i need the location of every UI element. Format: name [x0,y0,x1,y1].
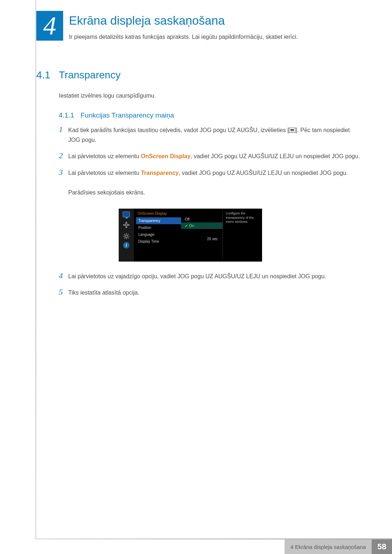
section-number: 4.1 [36,69,50,81]
section-intro-text: Iestatiet izvēlnes logu caurspīdīgumu. [59,93,156,99]
osd-values: Off On 20 sec [181,209,223,262]
svg-line-8 [124,238,125,238]
osd-menu-list: OnScreen Display Transparency Position L… [134,209,181,262]
info-icon: i [123,242,130,249]
osd-divider [222,211,223,259]
svg-line-7 [128,238,128,238]
svg-line-6 [124,234,125,235]
step-list: 1 Kad tiek parādīts funkcijas taustiņu c… [59,125,360,204]
chapter-title: Ekrāna displeja saskaņošana [69,14,225,28]
osd-menu-title: OnScreen Display [136,211,181,217]
osd-sidebar: i [119,209,134,262]
page-footer: 4 Ekrāna displeja saskaņošana 58 [0,539,392,554]
chapter-subtitle: Ir pieejams detalizēts katras funkcijas … [69,34,298,40]
step-text-part: , vadiet JOG pogu UZ AUGŠU/UZ LEJU un no… [191,153,360,159]
arrows-icon [122,221,130,229]
osd-value-on: On [181,222,223,229]
step-5: 5 Tiks iestatīta atlasītā opcija. [59,288,360,297]
osd-main: OnScreen Display Transparency Position L… [134,209,262,262]
step-number: 1 [59,125,68,134]
step-3: 3 Lai pārvietotos uz elementu Transparen… [59,168,360,198]
step-number: 2 [59,151,68,160]
svg-rect-0 [125,224,127,226]
osd-menu-item-display-time: Display Time [136,238,181,245]
step-text: Tiks iestatīta atlasītā opcija. [68,288,139,297]
step-number: 5 [59,288,68,296]
step-number: 3 [59,168,68,177]
osd-screenshot: i OnScreen Display Transparency Position… [119,209,262,262]
step-2: 2 Lai pārvietotos uz elementu OnScreen D… [59,151,360,161]
osd-value-off: Off [181,216,223,222]
step-list-continued: 4 Lai pārvietotos uz vajadzīgo opciju, v… [59,271,360,304]
step-number: 4 [59,271,68,280]
monitor-icon [123,212,130,217]
footer-page-number: 58 [372,539,392,554]
step-text: Lai pārvietotos uz vajadzīgo opciju, vad… [68,271,326,281]
step-text-part: Parādīsies sekojošais ekrāns. [68,189,145,196]
chapter-number-badge: 4 [36,11,63,41]
subsection-title: Funkcijas Transparency maiņa [81,111,174,119]
step-text-part: , vadiet JOG pogu UZ AUGŠU/UZ LEJU un no… [179,170,348,176]
step-4: 4 Lai pārvietotos uz vajadzīgo opciju, v… [59,271,360,281]
step-1: 1 Kad tiek parādīts funkcijas taustiņu c… [59,125,360,145]
section-title: Transparency [59,69,121,81]
subsection-number: 4.1.1 [59,111,74,119]
step-text: Lai pārvietotos uz elementu Transparency… [68,168,348,198]
osd-help-text: Configure the transparency of the menu w… [223,209,262,262]
step-highlight: Transparency [141,170,179,176]
svg-line-9 [128,234,128,235]
step-text-part: Lai pārvietotos uz elementu [68,170,141,176]
menu-icon [289,128,295,133]
gear-icon [123,233,130,238]
step-text-part: Kad tiek parādīts funkcijas taustiņu ceļ… [68,127,289,133]
osd-menu-item-position: Position [136,224,181,231]
step-text: Lai pārvietotos uz elementu OnScreen Dis… [68,151,360,161]
step-text: Kad tiek parādīts funkcijas taustiņu ceļ… [68,125,360,145]
osd-menu-item-language: Language [136,231,181,238]
svg-point-1 [125,235,128,238]
footer-chapter-title: 4 Ekrāna displeja saskaņošana [285,539,372,554]
osd-value-time: 20 sec [181,235,223,242]
page-left-accent [35,0,36,554]
osd-menu-item-transparency: Transparency [136,217,181,224]
step-highlight: OnScreen Display [141,153,191,159]
step-text-part: Lai pārvietotos uz elementu [68,153,141,159]
